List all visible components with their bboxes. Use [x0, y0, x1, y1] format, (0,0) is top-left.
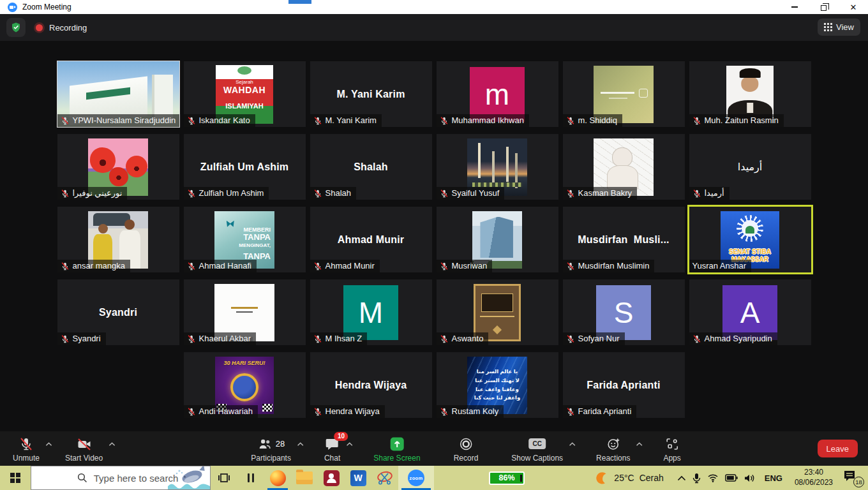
clock-date: 08/06/2023 — [795, 478, 833, 488]
close-icon: ✕ — [850, 3, 857, 11]
participant-tile[interactable]: Muh. Zaitun Rasmin — [689, 61, 811, 127]
taskbar-firefox[interactable] — [264, 466, 291, 490]
participant-tile[interactable]: نورعيني نوفيرا — [57, 134, 179, 200]
participants-count: 28 — [276, 439, 285, 449]
gallery-row: ansar mangkaMEMBERITANPAMENGINGAT,TANPAA… — [57, 207, 811, 272]
mic-muted-icon — [440, 407, 449, 416]
chat-caret[interactable] — [346, 438, 353, 449]
participant-tile[interactable]: Kasman Bakry — [563, 134, 685, 200]
participant-tile[interactable]: Ahmad MunirAhmad Munir — [310, 207, 432, 272]
participant-label: Muh. Zaitun Rasmin — [689, 114, 784, 127]
participant-tile[interactable]: m. Shiddiq — [563, 61, 685, 127]
participant-tile[interactable]: AAhmad Syaripudin — [689, 279, 811, 345]
start-video-button[interactable]: Start Video — [61, 431, 113, 466]
tray-wifi-icon[interactable] — [707, 473, 719, 482]
clock-time: 23:40 — [795, 468, 833, 478]
tray-volume-icon[interactable] — [744, 473, 756, 483]
participant-label-text: Muh. Zaitun Rasmin — [705, 115, 779, 125]
battery-percentage-widget[interactable]: 86% — [489, 471, 525, 485]
record-button[interactable]: Record — [450, 431, 489, 466]
participant-tile[interactable]: MEMBERITANPAMENGINGAT,TANPAAhmad Hanafi — [184, 207, 306, 272]
taskbar-word[interactable]: W — [345, 466, 371, 490]
notification-center-button[interactable]: 18 — [842, 470, 862, 486]
mic-muted-icon — [440, 189, 449, 198]
participant-tile[interactable]: Khaerul Akbar — [184, 279, 306, 345]
vertical-bars-icon — [247, 473, 255, 483]
tray-mic-icon[interactable] — [692, 473, 701, 484]
background-window-sliver — [288, 0, 311, 4]
apps-label: Apps — [663, 454, 680, 463]
view-button[interactable]: View — [818, 19, 860, 36]
participant-tile[interactable]: SENAT STIBAMAKASSARYusran Anshar — [689, 207, 811, 272]
participant-tile[interactable]: أرميداأرميدا — [689, 134, 811, 200]
participant-tile[interactable]: ansar mangka — [57, 207, 179, 272]
participant-tile[interactable]: mMuhammad Ikhwan — [437, 61, 558, 127]
apps-button[interactable]: Apps — [659, 431, 691, 466]
reactions-button[interactable]: Reactions — [592, 431, 640, 466]
taskbar-file-explorer[interactable] — [291, 466, 318, 490]
chat-button[interactable]: 10 Chat — [320, 431, 350, 466]
tray-battery-icon[interactable] — [725, 474, 738, 482]
search-icon — [77, 473, 87, 483]
pinned-app-bars[interactable] — [237, 466, 264, 490]
language-indicator[interactable]: ENG — [765, 473, 782, 483]
window-controls: ✕ — [780, 0, 868, 14]
taskbar-search[interactable]: Type here to search — [31, 466, 211, 490]
mic-muted-icon — [566, 116, 575, 125]
participant-tile[interactable]: YPWI-Nursalam Siradjuddin — [57, 61, 179, 127]
participant-tile[interactable]: يا عالم السر منالا تهتك الستر عناوعافنا … — [437, 352, 558, 418]
participant-tile[interactable]: ShalahShalah — [310, 134, 432, 200]
participant-label-text: Yusran Anshar — [692, 261, 747, 271]
minimize-button[interactable] — [780, 0, 809, 14]
participant-tile[interactable]: SSofyan Nur — [563, 279, 685, 345]
taskbar-weather[interactable]: 25°C Cerah — [595, 471, 663, 485]
participant-label: Syandri — [57, 332, 106, 345]
participant-label-text: Iskandar Kato — [199, 115, 250, 125]
meeting-toolbar: Unmute Start Video 28 Participants — [0, 431, 868, 466]
participant-tile[interactable]: Farida ApriantiFarida Aprianti — [563, 352, 685, 418]
participant-tile[interactable]: Syaiful Yusuf — [437, 134, 558, 200]
participant-tile[interactable]: SyandriSyandri — [57, 279, 179, 345]
participant-tile[interactable]: Musriwan — [437, 207, 558, 272]
restore-icon — [821, 5, 827, 11]
taskbar-mendeley[interactable] — [318, 466, 345, 490]
participant-label: Musriwan — [437, 260, 493, 272]
participant-tile[interactable]: Hendra WijayaHendra Wijaya — [310, 352, 432, 418]
taskbar-clock[interactable]: 23:40 08/06/2023 — [795, 468, 833, 487]
mic-muted-icon — [19, 436, 34, 452]
restore-button[interactable] — [809, 0, 839, 14]
show-captions-caret[interactable] — [569, 438, 576, 449]
start-button[interactable] — [0, 466, 31, 490]
participant-label-text: Musdirfan Muslimin — [578, 261, 650, 271]
participant-tile[interactable]: 30 HARI SERU!Andi Hawariah — [184, 352, 306, 418]
task-view-button[interactable] — [211, 466, 237, 490]
share-screen-button[interactable]: Share Screen — [370, 431, 430, 466]
participants-caret[interactable] — [297, 438, 304, 449]
show-captions-button[interactable]: CC Show Captions — [507, 431, 573, 466]
recording-indicator[interactable]: Recording — [31, 18, 92, 37]
unmute-button[interactable]: Unmute — [9, 431, 50, 466]
participants-button[interactable]: 28 Participants — [247, 431, 301, 466]
participant-tile[interactable]: Musdirfan Musli...Musdirfan Muslimin — [563, 207, 685, 272]
participant-label-text: ansar mangka — [73, 261, 125, 271]
close-button[interactable]: ✕ — [839, 0, 868, 14]
leave-button[interactable]: Leave — [818, 440, 858, 457]
participant-tile[interactable]: M. Yani KarimM. Yani Karim — [310, 61, 432, 127]
start-video-caret[interactable] — [108, 438, 116, 449]
mic-muted-icon — [187, 407, 196, 416]
tray-chevron-icon[interactable] — [677, 475, 686, 481]
participant-label: Aswanto — [437, 332, 489, 345]
unmute-label: Unmute — [13, 454, 40, 463]
participant-label-text: Kasman Bakry — [578, 188, 632, 198]
participant-tile[interactable]: Aswanto — [437, 279, 558, 345]
grid-view-icon — [824, 23, 832, 31]
security-shield-button[interactable] — [6, 18, 26, 37]
participant-tile[interactable]: Zulfiah Um AshimZulfiah Um Ashim — [184, 134, 306, 200]
participant-tile[interactable]: SejarahWAHDAHISLAMIYAHIskandar Kato — [184, 61, 306, 127]
unmute-caret[interactable] — [45, 438, 52, 449]
participant-tile[interactable]: MM Ihsan Z — [310, 279, 432, 345]
participant-label-text: Zulfiah Um Ashim — [199, 188, 264, 198]
taskbar-snipping-tool[interactable] — [371, 466, 398, 490]
taskbar-zoom-active[interactable]: zoom — [398, 466, 434, 490]
reactions-caret[interactable] — [636, 438, 643, 449]
